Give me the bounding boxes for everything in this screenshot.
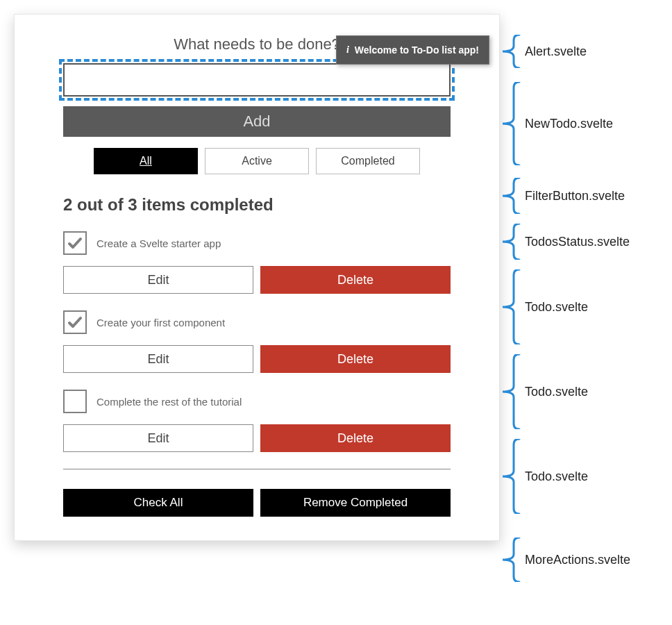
annotation: FilterButton.svelte <box>503 178 625 214</box>
annotation-label: TodosStatus.svelte <box>525 235 630 249</box>
annotation: NewTodo.svelte <box>503 82 613 165</box>
annotation-label: FilterButton.svelte <box>525 189 625 203</box>
app-card: What needs to be done? i Welcome to To-D… <box>14 14 500 541</box>
brace-icon <box>503 82 521 165</box>
todo-checkbox[interactable] <box>63 310 87 334</box>
filter-completed[interactable]: Completed <box>316 148 420 174</box>
brace-icon <box>503 224 521 260</box>
todo-label: Create your first component <box>96 317 225 328</box>
todo-label: Create a Svelte starter app <box>96 238 221 249</box>
remove-completed-button[interactable]: Remove Completed <box>260 489 451 517</box>
annotation-label: Todo.svelte <box>525 469 588 484</box>
filter-active[interactable]: Active <box>205 148 309 174</box>
annotation-label: Todo.svelte <box>525 300 588 315</box>
todo-list: Create a Svelte starter appEditDeleteCre… <box>63 231 451 452</box>
check-all-button[interactable]: Check All <box>63 489 253 517</box>
delete-button[interactable]: Delete <box>260 266 451 294</box>
new-todo-input[interactable] <box>63 63 451 97</box>
brace-icon <box>503 439 521 514</box>
brace-icon <box>503 178 521 214</box>
todo-item: Complete the rest of the tutorialEditDel… <box>63 390 451 452</box>
brace-icon <box>503 538 521 582</box>
info-icon: i <box>346 44 349 56</box>
brace-icon <box>503 269 521 344</box>
brace-icon <box>503 354 521 429</box>
todo-item: Create a Svelte starter appEditDelete <box>63 231 451 294</box>
todo-item: Create your first componentEditDelete <box>63 310 451 373</box>
annotation-label: NewTodo.svelte <box>525 117 613 131</box>
status-heading: 2 out of 3 items completed <box>63 195 451 215</box>
brace-icon <box>503 35 521 68</box>
annotation-label: Alert.svelte <box>525 44 587 59</box>
annotation: TodosStatus.svelte <box>503 224 630 260</box>
annotation: Todo.svelte <box>503 269 588 344</box>
annotation: Todo.svelte <box>503 354 588 429</box>
filter-group: AllActiveCompleted <box>63 148 451 174</box>
annotation: Todo.svelte <box>503 439 588 514</box>
edit-button[interactable]: Edit <box>63 266 253 294</box>
more-actions: Check All Remove Completed <box>63 489 451 517</box>
annotation: Alert.svelte <box>503 35 587 68</box>
annotation: MoreActions.svelte <box>503 538 630 582</box>
check-icon <box>67 235 83 251</box>
annotation-label: Todo.svelte <box>525 385 588 399</box>
todo-checkbox[interactable] <box>63 390 87 413</box>
divider <box>63 469 451 469</box>
edit-button[interactable]: Edit <box>63 424 253 452</box>
check-icon <box>67 314 83 331</box>
filter-all[interactable]: All <box>94 148 198 174</box>
delete-button[interactable]: Delete <box>260 424 451 452</box>
alert-text: Welcome to To-Do list app! <box>355 44 479 56</box>
alert-toast: i Welcome to To-Do list app! <box>336 35 489 65</box>
edit-button[interactable]: Edit <box>63 345 253 373</box>
todo-checkbox[interactable] <box>63 231 87 255</box>
add-button[interactable]: Add <box>63 106 451 137</box>
annotation-label: MoreActions.svelte <box>525 553 630 567</box>
todo-label: Complete the rest of the tutorial <box>96 396 242 408</box>
delete-button[interactable]: Delete <box>260 345 451 373</box>
